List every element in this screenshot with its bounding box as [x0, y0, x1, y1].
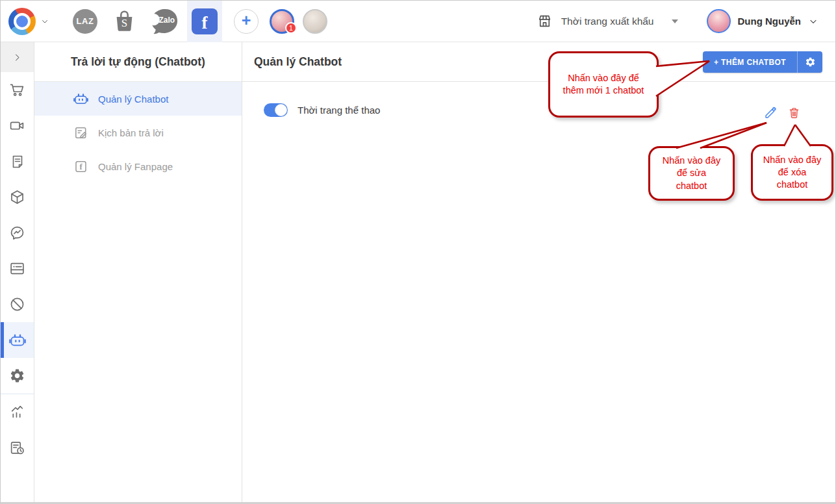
script-edit-icon	[73, 125, 88, 140]
chevron-down-icon	[40, 17, 49, 26]
chevron-down-icon	[808, 16, 818, 27]
sidebar-title: Trả lời tự động (Chatbot)	[34, 42, 242, 82]
rail-item-settings[interactable]	[1, 358, 34, 394]
channel-lazada[interactable]: LAZ	[73, 9, 97, 34]
annotation-edit-chatbot: Nhấn vào đây để sửa chatbot	[648, 146, 735, 201]
sidebar-item-quan-ly-chatbot[interactable]: Quản lý Chatbot	[34, 82, 242, 116]
trash-icon	[787, 106, 801, 120]
user-menu[interactable]: Dung Nguyễn	[707, 9, 819, 33]
main-content: Quản lý Chatbot + THÊM CHATBOT Thời tran…	[242, 42, 835, 502]
app-logo-icon	[8, 8, 36, 35]
messenger-icon	[9, 225, 25, 241]
app-logo-menu[interactable]	[8, 8, 49, 35]
storefront-icon	[537, 13, 553, 29]
store-selector[interactable]: Thời trang xuất khẩu	[537, 13, 678, 29]
page-avatar-secondary[interactable]	[303, 9, 327, 34]
sidebar-item-label: Quản lý Fanpage	[98, 161, 173, 172]
store-name: Thời trang xuất khẩu	[561, 16, 654, 27]
channel-zalo[interactable]: Zalo	[149, 9, 181, 34]
rail-expand-button[interactable]	[1, 42, 34, 72]
svg-text:S: S	[121, 17, 127, 29]
robot-chatbot-icon	[9, 332, 26, 349]
sidebar-chatbot: Trả lời tự động (Chatbot) Quản lý Chatbo…	[34, 42, 242, 502]
zalo-icon: Zalo	[150, 8, 180, 35]
rail-item-chatbot[interactable]	[1, 322, 34, 358]
block-icon	[9, 296, 25, 312]
caret-down-icon	[672, 19, 678, 23]
icon-rail	[1, 42, 34, 502]
rail-item-products[interactable]	[1, 179, 34, 215]
delete-chatbot-icon[interactable]	[787, 106, 801, 120]
add-chatbot-button[interactable]: + THÊM CHATBOT	[703, 51, 797, 73]
rail-item-blocked[interactable]	[1, 286, 34, 322]
report-clock-icon	[9, 440, 25, 456]
page-avatar-notifications[interactable]: 1	[270, 9, 294, 34]
app-window: LAZ S Zalo f + 1	[0, 0, 836, 504]
chatbot-enabled-toggle[interactable]	[264, 103, 288, 117]
facebook-icon: f	[192, 8, 218, 34]
svg-text:Zalo: Zalo	[159, 16, 175, 25]
sidebar-item-label: Kịch bản trả lời	[98, 127, 164, 138]
sidebar-item-kich-ban-tra-loi[interactable]: Kịch bản trả lời	[34, 116, 242, 149]
rail-item-cart[interactable]	[1, 72, 34, 108]
annotation-add-chatbot: Nhấn vào đây để thêm mới 1 chatbot	[548, 51, 659, 118]
rail-item-livestream[interactable]	[1, 108, 34, 144]
add-channel-button[interactable]: +	[234, 9, 259, 34]
chart-icon	[9, 404, 25, 420]
user-name: Dung Nguyễn	[738, 16, 802, 27]
package-box-icon	[9, 189, 25, 205]
chatbot-settings-button[interactable]	[797, 51, 822, 73]
rail-item-reports[interactable]	[1, 430, 34, 466]
add-chatbot-button-group: + THÊM CHATBOT	[703, 51, 822, 73]
topbar: LAZ S Zalo f + 1	[1, 1, 835, 42]
channel-shopee[interactable]: S	[112, 9, 136, 34]
rail-item-orders[interactable]	[1, 144, 34, 179]
page-title: Quản lý Chatbot	[254, 55, 342, 69]
document-icon	[10, 154, 25, 170]
sidebar-item-quan-ly-fanpage[interactable]: f Quản lý Fanpage	[34, 149, 242, 183]
rail-item-messenger[interactable]	[1, 215, 34, 251]
pencil-icon	[764, 106, 778, 120]
toggle-knob	[275, 104, 287, 116]
channel-facebook-active[interactable]: f	[187, 1, 222, 42]
cart-icon	[9, 82, 25, 98]
notification-badge: 1	[285, 22, 297, 34]
rail-item-pos[interactable]	[1, 251, 34, 286]
chatbot-name: Thời trang thể thao	[298, 105, 380, 116]
pos-card-icon	[9, 260, 25, 277]
sidebar-item-label: Quản lý Chatbot	[98, 94, 168, 105]
lazada-icon: LAZ	[77, 16, 94, 26]
video-camera-icon	[9, 118, 25, 134]
facebook-square-icon: f	[73, 159, 88, 174]
edit-chatbot-icon[interactable]	[764, 106, 778, 120]
svg-text:f: f	[80, 162, 83, 171]
rail-item-analytics[interactable]	[1, 394, 34, 430]
user-avatar	[707, 9, 731, 33]
robot-chatbot-icon	[73, 92, 88, 107]
chevron-right-icon	[12, 53, 22, 62]
gear-icon	[9, 368, 25, 384]
annotation-delete-chatbot: Nhấn vào đây để xóa chatbot	[751, 144, 833, 201]
shopee-bag-icon: S	[112, 9, 136, 33]
gear-icon	[805, 57, 816, 68]
plus-icon: +	[242, 12, 251, 29]
